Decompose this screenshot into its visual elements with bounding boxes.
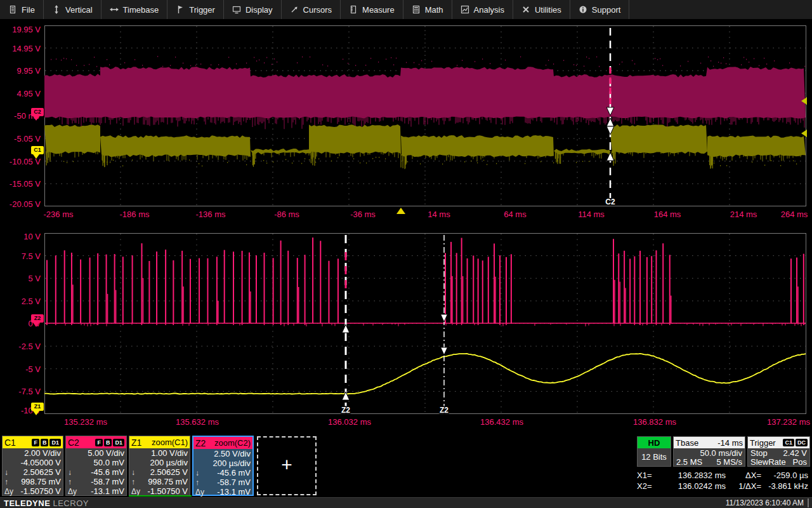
bottom-y-axis-label: 5 V <box>0 274 41 283</box>
measure-icon <box>349 5 358 14</box>
descriptor-c2[interactable]: C2FBD15.00 V/div50.0 mV↓-45.6 mV↑-58.7 m… <box>65 436 127 496</box>
menu-item-utilities[interactable]: Utilities <box>513 0 570 19</box>
trigger-time-marker-icon[interactable] <box>396 208 405 214</box>
status-bar: TELEDYNE LECROY 11/13/2023 6:10:40 AM <box>0 497 812 508</box>
menu-item-label: Display <box>246 5 273 15</box>
descriptor-row-value: -45.6 mV <box>208 468 251 478</box>
file-icon <box>8 5 17 14</box>
menu-item-vertical[interactable]: Vertical <box>44 0 102 19</box>
menu-item-math[interactable]: Math <box>403 0 452 19</box>
descriptor-row-value: -1.50750 V <box>144 486 188 496</box>
descriptor-c1[interactable]: C1FBD12.00 V/div-4.05000 V↓2.50625 V↑998… <box>2 436 63 496</box>
menu-item-support[interactable]: Support <box>570 0 630 19</box>
menu-item-display[interactable]: Display <box>224 0 282 19</box>
descriptor-row-value: -13.1 mV <box>208 487 251 497</box>
trace-marker-arrow-icon <box>33 323 39 327</box>
trace-marker-z2[interactable]: Z2 <box>31 314 44 323</box>
timebase-box[interactable]: Tbase -14 ms 50.0 ms/div 2.5 MS 5 MS/s <box>673 436 745 467</box>
plus-icon: + <box>281 455 292 474</box>
menu-item-label: Utilities <box>535 5 561 15</box>
top-x-axis-label: -86 ms <box>274 210 299 219</box>
descriptor-row-value: 2.50625 V <box>144 467 188 477</box>
vertical-arrows-icon <box>52 5 61 14</box>
bottom-y-axis-label: 7.5 V <box>0 251 41 261</box>
menu-item-measure[interactable]: Measure <box>341 0 403 19</box>
menu-item-cursors[interactable]: Cursors <box>282 0 341 19</box>
top-y-axis-label: -5.05 V <box>0 134 41 144</box>
descriptor-row-value: -4.05000 V <box>17 458 61 467</box>
descriptor-row-value: -58.7 mV <box>81 477 124 486</box>
menu-item-label: Measure <box>362 5 395 15</box>
analysis-chart-icon <box>461 5 469 14</box>
descriptor-row-value: -1.50750 V <box>17 486 61 496</box>
menu-item-trigger[interactable]: Trigger <box>167 0 224 19</box>
menu-bar: FileVerticalTimebaseTriggerDisplayCursor… <box>0 0 812 20</box>
descriptor-row-key: ↓ <box>195 469 208 478</box>
trace-marker-c2[interactable]: C2 <box>31 108 44 116</box>
descriptor-row-value: 2.50625 V <box>17 467 61 477</box>
menu-item-label: Math <box>425 5 443 15</box>
menu-item-file[interactable]: File <box>0 0 44 19</box>
x2-label: X2= <box>637 481 661 491</box>
descriptor-row-value: 2.00 V/div <box>17 448 61 458</box>
tbase-offset: -14 ms <box>717 438 743 448</box>
descriptor-row-value: 50.0 mV <box>81 458 124 467</box>
top-x-axis-label: 114 ms <box>578 210 605 219</box>
descriptor-badge: D1 <box>113 439 124 446</box>
descriptor-row-key: Δy <box>4 487 17 496</box>
descriptor-row-key: ↑ <box>68 478 81 486</box>
bottom-x-axis-label: 135.232 ms <box>64 417 107 427</box>
bottom-y-axis-label: -5 V <box>0 364 41 374</box>
trace-marker-z1[interactable]: Z1 <box>31 403 44 411</box>
menu-item-label: File <box>22 5 35 15</box>
trigger-box[interactable]: Trigger C1DC Stop 2.42 V SlewRate Pos <box>747 436 810 467</box>
descriptor-row-key: Δy <box>131 487 144 496</box>
descriptor-badge: B <box>104 439 112 446</box>
display-monitor-icon <box>232 5 241 14</box>
trigger-type: SlewRate <box>750 457 786 467</box>
top-y-axis-label: 4.95 V <box>0 89 41 98</box>
trigger-flag-icon <box>176 5 185 14</box>
descriptor-badge: F <box>32 439 39 446</box>
descriptor-row-value: 200 µs/div <box>144 458 188 467</box>
oscilloscope-app: FileVerticalTimebaseTriggerDisplayCursor… <box>0 0 812 508</box>
descriptor-title: Z2 <box>195 438 206 448</box>
descriptor-badge: F <box>95 439 103 446</box>
cursor-pointer-icon <box>290 5 299 14</box>
menu-item-analysis[interactable]: Analysis <box>452 0 513 19</box>
z1-active-underline <box>129 495 192 497</box>
descriptor-title: C1 <box>4 438 16 448</box>
descriptor-z1[interactable]: Z1zoom(C1)1.00 V/div200 µs/div↓2.50625 V… <box>129 436 190 496</box>
menu-item-timebase[interactable]: Timebase <box>102 0 168 19</box>
descriptor-row-value: -58.7 mV <box>208 478 251 487</box>
svg-text:Z2: Z2 <box>440 406 449 414</box>
trigger-source-badge: C1 <box>783 439 794 446</box>
hd-mode-box[interactable]: HD 12 Bits <box>637 436 671 467</box>
top-x-axis-label: 264 ms <box>781 210 808 219</box>
descriptor-row-key: Δy <box>195 488 208 497</box>
svg-text:C2: C2 <box>605 197 615 206</box>
trace-marker-c1[interactable]: C1 <box>31 146 44 154</box>
menu-item-label: Timebase <box>123 5 159 15</box>
top-x-axis-label: 164 ms <box>654 210 681 219</box>
descriptor-row-key: ↓ <box>68 468 81 477</box>
descriptor-z2[interactable]: Z2zoom(C2)2.50 V/div200 µs/div↓-45.6 mV↑… <box>192 436 254 496</box>
bottom-grid-plot[interactable]: Z2Z2 <box>44 233 806 414</box>
tbase-rate: 5 MS/s <box>717 457 742 467</box>
descriptor-row-value: 2.50 V/div <box>208 449 251 458</box>
descriptor-row-key: ↑ <box>195 478 208 487</box>
bottom-x-axis-label: 135.632 ms <box>176 417 219 427</box>
descriptor-row-value: -13.1 mV <box>81 486 124 496</box>
descriptor-row-value: -45.6 mV <box>81 467 124 477</box>
descriptor-title: C2 <box>68 438 79 448</box>
add-trace-box[interactable]: + <box>257 436 317 495</box>
x1-label: X1= <box>637 471 661 480</box>
descriptor-badge: B <box>41 439 49 446</box>
invdx-label: 1/ΔX= <box>726 481 761 491</box>
top-x-axis-label: 64 ms <box>504 210 526 219</box>
trace-marker-arrow-icon <box>33 154 39 159</box>
top-x-axis-label: -36 ms <box>350 210 376 219</box>
top-grid-plot[interactable]: C2 <box>44 25 806 206</box>
dx-label: ΔX= <box>726 471 761 480</box>
trigger-title: Trigger <box>750 438 776 448</box>
